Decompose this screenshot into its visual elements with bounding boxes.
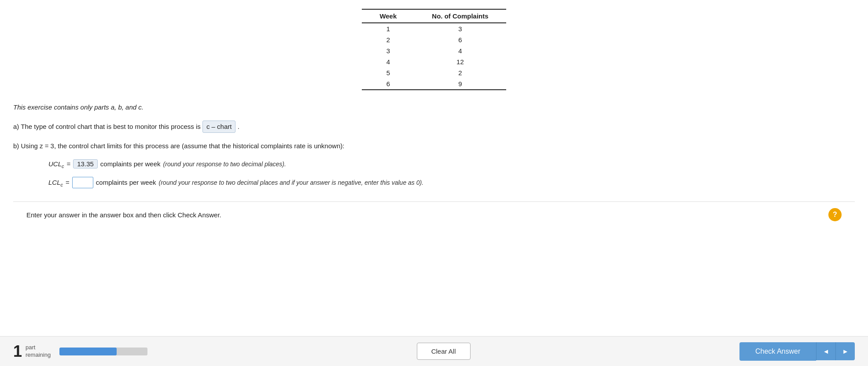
instruction-bar: Enter your answer in the answer box and …	[13, 201, 855, 227]
prev-button[interactable]: ◄	[816, 342, 835, 360]
table-cell-complaints: 6	[414, 34, 506, 45]
table-cell-week: 6	[362, 78, 414, 90]
table-row: 13	[362, 23, 506, 34]
lcl-input[interactable]	[72, 177, 93, 188]
ucl-equals: =	[67, 160, 71, 168]
help-button[interactable]: ?	[828, 208, 842, 221]
footer-bar: 1 partremaining Clear All Check Answer ◄…	[0, 336, 868, 366]
part-a-prefix: a) The type of control chart that is bes…	[13, 123, 201, 130]
footer-center: Clear All	[156, 343, 731, 360]
ucl-section: UCLc = 13.35 complaints per week (round …	[48, 159, 855, 169]
clear-all-button[interactable]: Clear All	[417, 343, 471, 360]
table-header-complaints: No. of Complaints	[414, 9, 506, 23]
table-cell-complaints: 4	[414, 45, 506, 56]
exercise-note: This exercise contains only parts a, b, …	[13, 103, 855, 111]
table-header-week: Week	[362, 9, 414, 23]
progress-bar-container	[59, 348, 147, 355]
table-cell-complaints: 9	[414, 78, 506, 90]
ucl-subscript: c	[62, 164, 64, 169]
complaints-table: Week No. of Complaints 1326344125269	[362, 9, 506, 90]
next-button[interactable]: ►	[835, 342, 855, 360]
table-cell-week: 3	[362, 45, 414, 56]
table-row: 69	[362, 78, 506, 90]
table-cell-complaints: 3	[414, 23, 506, 34]
lcl-subscript: c	[61, 182, 63, 187]
table-cell-complaints: 2	[414, 67, 506, 78]
table-row: 52	[362, 67, 506, 78]
ucl-label: UCLc	[48, 160, 64, 169]
nav-btn-group: Check Answer ◄ ►	[739, 342, 855, 361]
table-cell-week: 1	[362, 23, 414, 34]
ucl-unit: complaints per week	[100, 160, 161, 168]
parts-text: partremaining	[26, 344, 51, 359]
table-cell-week: 2	[362, 34, 414, 45]
instruction-text: Enter your answer in the answer box and …	[26, 211, 221, 219]
parts-remaining: 1 partremaining	[13, 344, 51, 359]
ucl-value: 13.35	[73, 159, 98, 168]
part-b-text: b) Using z = 3, the control chart limits…	[13, 141, 855, 151]
part-a-answer: c – chart	[202, 121, 236, 133]
main-content: Week No. of Complaints 1326344125269 Thi…	[0, 0, 868, 227]
check-answer-button[interactable]: Check Answer	[739, 342, 816, 361]
table-row: 26	[362, 34, 506, 45]
lcl-unit: complaints per week	[96, 179, 156, 186]
lcl-note: (round your response to two decimal plac…	[159, 179, 424, 186]
lcl-section: LCLc = complaints per week (round your r…	[48, 177, 855, 188]
footer-right: Check Answer ◄ ►	[739, 342, 855, 361]
data-table-container: Week No. of Complaints 1326344125269	[13, 9, 855, 90]
table-row: 34	[362, 45, 506, 56]
ucl-note: (round your response to two decimal plac…	[163, 161, 286, 168]
part-a-text: a) The type of control chart that is bes…	[13, 121, 855, 133]
parts-number: 1	[13, 344, 22, 359]
progress-bar-fill	[59, 348, 117, 355]
lcl-equals: =	[66, 179, 70, 186]
table-cell-week: 4	[362, 56, 414, 67]
part-a-suffix: .	[238, 123, 239, 130]
table-cell-week: 5	[362, 67, 414, 78]
table-cell-complaints: 12	[414, 56, 506, 67]
table-row: 412	[362, 56, 506, 67]
lcl-label: LCLc	[48, 179, 63, 187]
